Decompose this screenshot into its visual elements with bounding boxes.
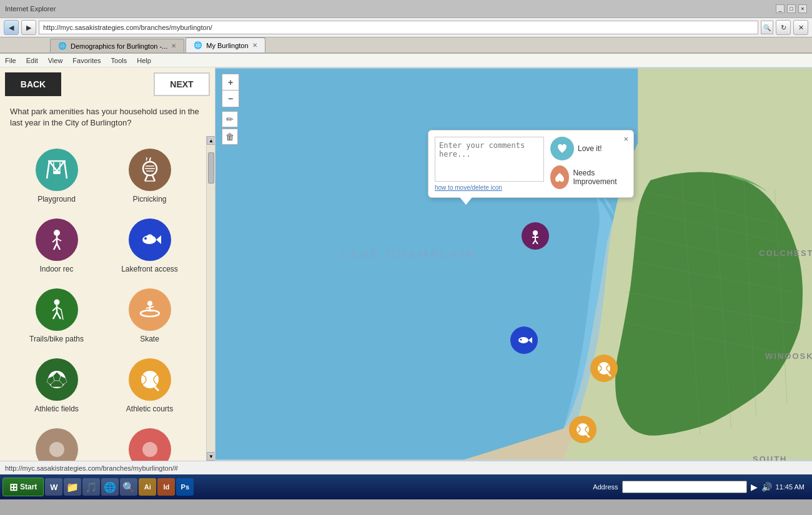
svg-point-16 xyxy=(54,230,60,236)
tabs-bar: 🌐 Demographics for Burlington -... ✕ 🌐 M… xyxy=(0,37,812,54)
tab-close-demographics[interactable]: ✕ xyxy=(171,42,176,49)
minimize-button[interactable]: _ xyxy=(776,4,785,13)
taskbar-ie-icon[interactable]: 🌐 xyxy=(101,478,119,496)
reaction-buttons: Love it! Needs Improvement xyxy=(550,137,627,191)
taskbar-time: 11:45 AM xyxy=(776,483,805,491)
scroll-up-btn[interactable]: ▲ xyxy=(207,136,215,145)
taskbar-media-icon[interactable]: 🎵 xyxy=(82,478,100,496)
url-text: http://myc.sasakistrategies.com/branches… xyxy=(43,24,212,31)
svg-line-12 xyxy=(145,175,147,181)
menu-view[interactable]: View xyxy=(48,57,63,64)
search-nav-button[interactable]: 🔍 xyxy=(761,21,773,34)
svg-line-1 xyxy=(57,161,64,171)
amenities-scroll[interactable]: Playground xyxy=(0,136,206,461)
svg-marker-64 xyxy=(528,337,532,343)
close-window-button[interactable]: × xyxy=(798,4,807,13)
start-button[interactable]: ⊞ Start xyxy=(2,478,44,496)
svg-line-13 xyxy=(152,175,155,181)
taskbar-arrow-icon[interactable]: ▶ xyxy=(751,482,758,492)
tab-icon-ie: 🌐 xyxy=(58,42,67,50)
delete-tool-button[interactable]: 🗑 xyxy=(222,129,238,145)
svg-line-6 xyxy=(47,161,49,179)
zoom-out-button[interactable]: − xyxy=(222,91,239,107)
panel-scrollbar[interactable]: ▲ ▼ xyxy=(206,136,215,461)
amenity-lakefront[interactable]: Lakefront access xyxy=(103,211,196,281)
trails-label: Trails/bike paths xyxy=(29,335,84,343)
map-area[interactable]: + − ✏ 🗑 × how to move/delete icon xyxy=(215,67,812,461)
amenity-item9[interactable] xyxy=(10,421,103,461)
window-title: Internet Explorer xyxy=(5,5,56,12)
status-url: http://myc.sasakistrategies.com/branches… xyxy=(5,464,178,472)
amenity-trails[interactable]: Trails/bike paths xyxy=(10,281,103,351)
next-button[interactable]: NEXT xyxy=(154,72,210,96)
svg-line-69 xyxy=(586,434,590,438)
lakefront-label: Lakefront access xyxy=(121,265,178,273)
skate-icon xyxy=(129,288,171,331)
tab-demographics[interactable]: 🌐 Demographics for Burlington -... ✕ xyxy=(50,39,184,52)
amenity-skate[interactable]: Skate xyxy=(103,281,196,351)
amenities-grid: Playground xyxy=(0,136,206,461)
marker-orange[interactable] xyxy=(590,355,618,382)
taskbar-photoshop-icon[interactable]: Ps xyxy=(176,478,194,496)
scroll-down-btn[interactable]: ▼ xyxy=(207,452,215,461)
svg-line-31 xyxy=(61,310,63,320)
map-svg xyxy=(215,67,812,461)
amenity-picnicking[interactable]: Picnicking xyxy=(103,141,196,211)
amenity-indoor-rec[interactable]: Indoor rec xyxy=(10,211,103,281)
forward-nav-button[interactable]: ▶ xyxy=(21,20,36,35)
item9-icon xyxy=(36,428,78,461)
marker-blue[interactable] xyxy=(510,326,538,354)
comment-textarea[interactable] xyxy=(435,137,544,182)
marker-purple[interactable] xyxy=(522,222,549,250)
svg-point-63 xyxy=(518,337,528,343)
taskbar-search-icon[interactable]: 🔍 xyxy=(120,478,137,496)
svg-rect-3 xyxy=(53,171,61,174)
back-nav-button[interactable]: ◀ xyxy=(4,20,19,35)
needs-improvement-button[interactable]: Needs Improvement xyxy=(550,165,627,189)
tab-myburlington[interactable]: 🌐 My Burlington ✕ xyxy=(186,37,265,52)
svg-point-22 xyxy=(142,235,156,244)
svg-line-36 xyxy=(147,310,150,311)
menu-help[interactable]: Help xyxy=(137,57,151,64)
amenity-athletic-fields[interactable]: Athletic fields xyxy=(10,351,103,421)
menu-tools[interactable]: Tools xyxy=(111,57,127,64)
amenity-athletic-courts[interactable]: Athletic courts xyxy=(103,351,196,421)
marker-orange-2[interactable] xyxy=(569,416,597,443)
refresh-button[interactable]: ↻ xyxy=(776,20,791,35)
stop-button[interactable]: ✕ xyxy=(793,20,808,35)
nav-bar: ◀ ▶ http://myc.sasakistrategies.com/bran… xyxy=(0,17,812,37)
svg-line-29 xyxy=(53,312,57,319)
tab-close-myburlington[interactable]: ✕ xyxy=(252,42,257,49)
love-icon xyxy=(550,137,574,160)
taskbar-address-label: Address xyxy=(593,483,618,491)
taskbar-right: Address ▶ 🔊 11:45 AM xyxy=(588,481,810,493)
taskbar-folder-icon[interactable]: 📁 xyxy=(64,478,81,496)
popup-close-button[interactable]: × xyxy=(623,134,628,144)
svg-point-58 xyxy=(533,230,538,235)
url-bar[interactable]: http://myc.sasakistrategies.com/branches… xyxy=(39,21,758,34)
amenity-item10[interactable] xyxy=(103,421,196,461)
popup-move-delete-link[interactable]: how to move/delete icon xyxy=(435,184,544,191)
love-it-button[interactable]: Love it! xyxy=(550,137,627,160)
taskbar-indesign-icon[interactable]: Id xyxy=(157,478,175,496)
zoom-in-button[interactable]: + xyxy=(222,74,239,91)
taskbar-address-input[interactable] xyxy=(622,481,747,493)
menu-favorites[interactable]: Favorites xyxy=(72,57,101,64)
maximize-button[interactable]: □ xyxy=(787,4,796,13)
taskbar-volume-icon[interactable]: 🔊 xyxy=(761,482,772,492)
trails-icon xyxy=(36,288,78,331)
back-button[interactable]: BACK xyxy=(5,72,61,96)
edit-tool-button[interactable]: ✏ xyxy=(222,111,238,127)
menu-edit[interactable]: Edit xyxy=(26,57,38,64)
amenity-playground[interactable]: Playground xyxy=(10,141,103,211)
needs-icon xyxy=(550,165,569,189)
taskbar-word-icon[interactable]: W xyxy=(45,478,62,496)
svg-point-45 xyxy=(49,442,64,457)
svg-line-0 xyxy=(49,161,57,171)
athletic-fields-label: Athletic fields xyxy=(34,405,79,413)
athletic-fields-icon xyxy=(36,358,78,401)
taskbar-illustrator-icon[interactable]: Ai xyxy=(139,478,156,496)
svg-point-25 xyxy=(54,300,59,305)
menu-file[interactable]: File xyxy=(5,57,16,64)
windows-logo: ⊞ xyxy=(9,481,17,493)
